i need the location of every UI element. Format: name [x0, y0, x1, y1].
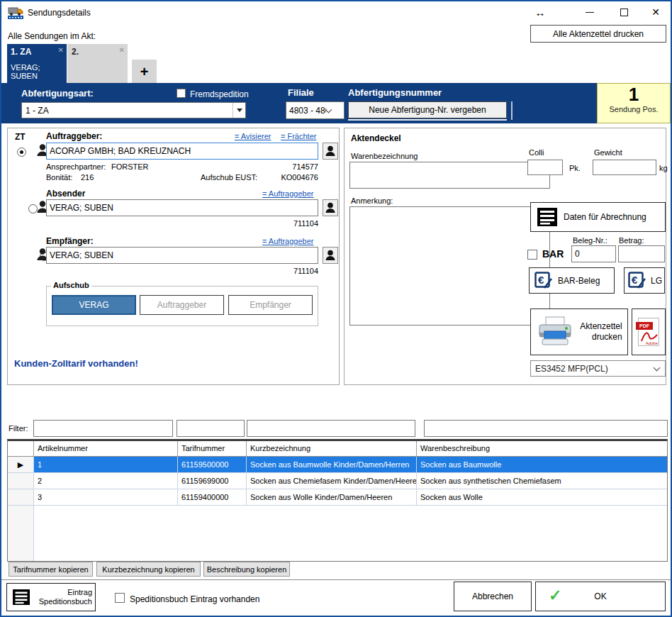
filiale-select[interactable]: 4803 - 480: [286, 101, 345, 119]
svg-text:€: €: [632, 274, 638, 286]
fremdspedition-checkbox[interactable]: [177, 89, 186, 98]
zt-radio-auftraggeber[interactable]: [17, 148, 26, 157]
articles-table: Artikelnummer Tarifnummer Kurzbezeichnun…: [7, 439, 668, 562]
tarifnummer-kopieren-button[interactable]: Tarifnummer kopieren: [9, 562, 93, 577]
filter-tarifnummer-input[interactable]: [177, 420, 245, 437]
filter-kurzbezeichnung-input[interactable]: [247, 420, 415, 437]
empfaenger-input[interactable]: [46, 247, 318, 264]
bar-beleg-button[interactable]: € BAR-Beleg: [529, 267, 615, 294]
abfertigung-banner: Abfertigungsart: 1 - ZA Fremdspedition F…: [1, 83, 671, 123]
aufschub-verag-button[interactable]: VERAG: [52, 295, 136, 315]
row-selector-cell: [8, 489, 34, 505]
aktendeckel-panel: Aktendeckel Warenbezeichnung Colli Pk. G…: [344, 128, 666, 385]
abfertigungsart-label: Abfertigungsart:: [21, 88, 94, 99]
person-icon: [325, 250, 335, 261]
pdf-button[interactable]: PDF Adobe: [632, 308, 666, 355]
filiale-value: 4803 - 480: [286, 106, 326, 116]
ansprechpartner-value: FORSTER: [111, 162, 149, 171]
tab-close-icon[interactable]: ✕: [119, 46, 125, 54]
beschreibung-kopieren-button[interactable]: Beschreibung kopieren: [203, 562, 290, 577]
aufschub-auftraggeber-button[interactable]: Auftraggeber: [140, 295, 224, 315]
absender-auftraggeber-link[interactable]: = Auftraggeber: [262, 189, 313, 198]
aktenzettel-label-line1: Aktenzettel: [580, 321, 622, 332]
printer-icon: [536, 316, 574, 348]
tab-line1: VERAG;: [11, 63, 63, 72]
filter-artikelnummer-input[interactable]: [33, 420, 173, 437]
close-button[interactable]: ✕: [646, 4, 665, 20]
absender-number: 711104: [262, 219, 318, 228]
kurzbezeichnung-kopieren-button[interactable]: Kurzbezeichnung kopieren: [96, 562, 201, 577]
aktenzettel-drucken-button[interactable]: Aktenzettel drucken: [530, 308, 628, 355]
minimize-icon: [586, 12, 594, 13]
eintrag-speditionsbuch-button[interactable]: Eintrag Speditionsbuch: [6, 583, 96, 611]
auftraggeber-contact-button[interactable]: [323, 143, 338, 160]
empfaenger-label: Empfänger:: [46, 236, 94, 246]
cell-kurzbezeichnung: Socken aus Wolle Kinder/Damen/Heeren: [247, 489, 417, 505]
beleg-nr-label: Beleg-Nr.:: [573, 236, 607, 245]
row-selector-cell: [8, 473, 34, 489]
printer-select[interactable]: ES3452 MFP(PCL): [530, 360, 666, 377]
gewicht-input[interactable]: [593, 160, 656, 175]
aufschub-eust-value: KO004676: [262, 173, 318, 182]
table-row[interactable]: ▶ 1 61159500000 Socken aus Baumwolle Kin…: [8, 457, 667, 473]
col-warenbeschreibung[interactable]: Warenbeschreibung: [417, 441, 667, 456]
sendung-pos-value: 1: [598, 84, 670, 105]
abfertigungsart-select[interactable]: 1 - ZA: [21, 102, 246, 118]
table-row[interactable]: 2 61159699000 Socken aus Chemiefasem Kin…: [8, 473, 667, 489]
col-artikelnummer[interactable]: Artikelnummer: [34, 441, 178, 456]
maximize-button[interactable]: [615, 4, 633, 20]
eintrag-label-line1: Eintrag: [35, 588, 92, 597]
speditionsbuch-checkbox[interactable]: [115, 593, 125, 603]
fremdspedition-label: Fremdspedition: [190, 89, 249, 99]
daten-fuer-abrechnung-button[interactable]: Daten für Abrechnung: [530, 202, 666, 232]
empfaenger-contact-button[interactable]: [323, 247, 338, 264]
anmerkung-input[interactable]: [349, 206, 550, 326]
colli-input[interactable]: [527, 160, 563, 175]
ok-button[interactable]: ✓ OK: [535, 582, 666, 611]
warenbezeichnung-input[interactable]: [349, 162, 550, 189]
print-all-aktenzettel-button[interactable]: Alle Aktenzettel drucken: [530, 25, 666, 43]
lg-button[interactable]: € LG: [624, 267, 665, 294]
empfaenger-auftraggeber-link[interactable]: = Auftraggeber: [262, 237, 313, 245]
euro-receipt-icon: €: [534, 272, 553, 290]
table-row[interactable]: 3 61159400000 Socken aus Wolle Kinder/Da…: [8, 489, 667, 506]
button-underline: [348, 119, 507, 121]
zt-header-label: ZT: [15, 132, 26, 142]
list-icon: [13, 589, 30, 605]
title-bar: Sendungsdetails ↔ ✕: [1, 1, 671, 23]
avisierer-link[interactable]: = Avisierer: [235, 132, 271, 140]
absender-input[interactable]: [46, 199, 318, 216]
tab-sendung-1[interactable]: 1. ZA ✕ VERAG; SUBEN: [7, 44, 67, 84]
add-tab-button[interactable]: +: [132, 60, 157, 84]
cell-artikelnummer: 3: [34, 489, 178, 505]
tab-title: 2.: [72, 47, 79, 57]
bar-checkbox[interactable]: [527, 250, 537, 260]
chevron-down-icon: [654, 364, 661, 371]
cell-kurzbezeichnung: Socken aus Baumwolle Kinder/Damen/Herren: [247, 457, 417, 472]
dropdown-arrow-icon[interactable]: [233, 103, 245, 118]
auftraggeber-label: Auftraggeber:: [46, 131, 102, 141]
ansprechpartner-label: Ansprechpartner:: [46, 162, 106, 171]
absender-contact-button[interactable]: [323, 199, 338, 216]
check-icon: ✓: [549, 587, 561, 605]
fraechter-link[interactable]: = Frächter: [281, 132, 316, 140]
resize-icon[interactable]: ↔: [532, 4, 549, 20]
aufschub-legend: Aufschub: [51, 281, 91, 289]
minimize-button[interactable]: [581, 4, 599, 20]
abbrechen-button[interactable]: Abbrechen: [454, 582, 532, 611]
betrag-input[interactable]: [618, 245, 665, 262]
tab-close-icon[interactable]: ✕: [58, 46, 64, 54]
banner-separator: [511, 101, 513, 120]
aufschub-empfaenger-button[interactable]: Empfänger: [228, 295, 313, 315]
neue-abfertigung-nr-button[interactable]: Neue Abfertigung-Nr. vergeben: [348, 101, 507, 118]
auftraggeber-input[interactable]: [46, 143, 318, 160]
beleg-nr-input[interactable]: [571, 245, 616, 262]
filter-warenbeschreibung-input[interactable]: [424, 420, 668, 437]
all-sendungen-label: Alle Sendungen im Akt:: [8, 31, 96, 41]
col-tarifnummer[interactable]: Tarifnummer: [178, 441, 247, 456]
col-kurzbezeichnung[interactable]: Kurzbezeichnung: [247, 441, 417, 456]
cell-warenbeschreibung: Socken aus Wolle: [417, 489, 667, 505]
maximize-icon: [620, 9, 628, 16]
lg-label: LG: [651, 276, 662, 286]
tab-sendung-2[interactable]: 2. ✕: [67, 44, 128, 84]
